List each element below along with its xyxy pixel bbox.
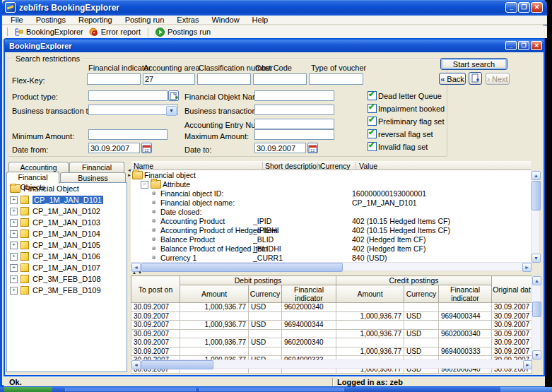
attribute-row[interactable]: Financial object name:CP_1M_JAN_D101: [131, 198, 531, 207]
attribute-row[interactable]: Accounting Product of Hedged Item_IPIDHI…: [131, 225, 531, 234]
classification-number-input[interactable]: [197, 73, 251, 85]
table-row[interactable]: 30.09.20071,000,936.77USD960200034030.09…: [131, 303, 532, 312]
attribute-row[interactable]: Date closed:: [131, 207, 531, 216]
tree-item[interactable]: +CP_3M_FEB_D109: [7, 285, 127, 296]
header-debit-amount[interactable]: Amount: [180, 285, 249, 303]
cost-code-input[interactable]: [253, 73, 307, 85]
tab-financial-indicator[interactable]: Financial indicator: [69, 162, 124, 172]
accounting-area-input[interactable]: [143, 73, 195, 85]
app-titlebar[interactable]: zeb/ifrs BookingExplorer _ ❐ ✕: [2, 0, 547, 16]
table-hscrollbar[interactable]: ◄ ►: [131, 360, 532, 369]
inner-titlebar[interactable]: BookingExplorer: [5, 40, 544, 52]
inner-close-button[interactable]: ✕: [531, 41, 542, 50]
expand-plus-icon[interactable]: +: [10, 196, 18, 204]
taskbar-item[interactable]: [65, 388, 196, 391]
tree-item[interactable]: +CP_1M_JAN_D102: [7, 206, 127, 217]
attribute-row[interactable]: Balance Product of Hedged Item_BLIDHI402…: [131, 244, 531, 253]
scroll-down-icon[interactable]: ▼: [532, 350, 541, 360]
scroll-thumb[interactable]: [141, 360, 213, 369]
attribute-group-row[interactable]: − Attribute: [131, 179, 531, 189]
attribute-row[interactable]: Accounting Product_IPID402 (10.15 Hedged…: [131, 216, 531, 225]
expand-plus-icon[interactable]: +: [10, 275, 18, 283]
header-credit-financial-indicator[interactable]: Financial indicator: [439, 285, 492, 303]
menu-item-reporting[interactable]: Reporting: [74, 16, 117, 25]
checkbox-preliminary-flag-set[interactable]: ✔: [368, 116, 377, 129]
start-button[interactable]: [4, 387, 52, 392]
attributes-header[interactable]: Name Short description Currency Value: [131, 161, 531, 170]
minimize-button[interactable]: _: [505, 2, 517, 13]
date-from-input[interactable]: [88, 143, 140, 153]
header-to-post-on[interactable]: To post on: [131, 276, 180, 303]
tab-accounting-entries[interactable]: Accounting Entries: [8, 162, 69, 172]
collapse-down-icon[interactable]: ▼: [138, 271, 142, 275]
menu-item-posting-run[interactable]: Posting run: [121, 16, 169, 25]
column-currency[interactable]: Currency: [320, 162, 351, 170]
tree-item[interactable]: +CP_3M_FEB_D108: [7, 273, 127, 285]
tree-item[interactable]: +CP_1M_JAN_D101: [7, 194, 127, 206]
column-short-description[interactable]: Short description: [265, 162, 321, 170]
tree-item[interactable]: +CP_1M_JAN_D103: [7, 217, 127, 228]
table-row[interactable]: 30.09.20071,000,936.77USD960200034030.09…: [131, 338, 532, 348]
collapse-up-icon[interactable]: ▲: [132, 271, 136, 275]
date-from-calendar-button[interactable]: 12: [141, 143, 152, 153]
expand-plus-icon[interactable]: +: [10, 287, 18, 295]
expand-plus-icon[interactable]: +: [10, 253, 18, 261]
financial-indicator-input[interactable]: [87, 73, 141, 85]
scroll-left-icon[interactable]: ◄: [131, 360, 141, 369]
attribute-row[interactable]: Financial object ID:160000000193000001: [131, 189, 531, 198]
table-row[interactable]: 30.09.20071,000,936.77USD969400033330.09…: [131, 347, 532, 356]
table-row[interactable]: 30.09.20071,000,936.77USD969400034430.09…: [131, 321, 532, 330]
product-type-browse-button[interactable]: [168, 90, 179, 101]
attribute-root-row[interactable]: Financial object: [131, 170, 531, 179]
restore-button[interactable]: ❐: [518, 2, 530, 13]
header-credit-postings[interactable]: Credit postings: [336, 276, 492, 285]
scroll-up-icon[interactable]: ▲: [532, 171, 541, 180]
attribute-row[interactable]: Currency 1_CURR1840 (USD): [131, 253, 531, 262]
expand-plus-icon[interactable]: +: [10, 264, 18, 272]
business-transaction-type-select[interactable]: ▼: [88, 105, 178, 115]
column-value[interactable]: Value: [359, 162, 377, 170]
header-debit-currency[interactable]: Currency: [249, 285, 282, 303]
table-row[interactable]: 30.09.20071,000,936.77USD960200034030.09…: [131, 329, 532, 338]
header-debit-financial-indicator[interactable]: Financial indicator: [282, 285, 336, 303]
header-original-date[interactable]: Original dat: [492, 276, 532, 303]
scroll-up-icon[interactable]: ▲: [532, 276, 541, 285]
menu-item-help[interactable]: Help: [248, 16, 273, 25]
accounting-entry-number-input[interactable]: [254, 119, 334, 129]
minimum-amount-input[interactable]: [88, 129, 168, 140]
financial-objects-tree[interactable]: Financial Object +CP_1M_JAN_D101 +CP_1M_…: [6, 182, 127, 372]
expand-plus-icon[interactable]: +: [10, 219, 18, 227]
header-credit-amount[interactable]: Amount: [336, 285, 404, 303]
close-button[interactable]: ✕: [531, 2, 543, 13]
horizontal-splitter[interactable]: ▲ ▼: [131, 271, 531, 275]
next-button[interactable]: › Next: [486, 73, 510, 85]
inner-restore-button[interactable]: ❐: [518, 41, 529, 50]
tree-item[interactable]: +CP_1M_JAN_D106: [7, 251, 127, 262]
scroll-thumb[interactable]: [532, 302, 541, 317]
scroll-down-icon[interactable]: ▼: [532, 254, 541, 263]
export-document-button[interactable]: [469, 72, 482, 85]
chevron-down-icon[interactable]: ▼: [166, 106, 177, 116]
toolbar-booking-explorer-button[interactable]: BookingExplorer: [11, 26, 86, 37]
maximum-amount-input[interactable]: [254, 129, 334, 140]
back-button[interactable]: « Back: [439, 73, 466, 85]
tab-business-transactions[interactable]: Business Transactions: [60, 172, 126, 183]
checkbox-invalid-flag-set[interactable]: ✔: [368, 141, 377, 154]
menu-item-extras[interactable]: Extras: [172, 16, 203, 25]
start-search-button[interactable]: Start search: [440, 58, 507, 70]
scroll-thumb[interactable]: [532, 181, 541, 210]
toolbar-grip[interactable]: [4, 28, 8, 36]
date-to-calendar-button[interactable]: 12: [307, 143, 318, 153]
expand-plus-icon[interactable]: +: [10, 208, 18, 215]
collapse-minus-icon[interactable]: −: [141, 181, 148, 189]
date-to-input[interactable]: [254, 143, 306, 153]
type-of-voucher-input[interactable]: [309, 73, 363, 85]
business-transaction-id-input[interactable]: [254, 105, 334, 115]
expand-plus-icon[interactable]: +: [10, 242, 18, 249]
attribute-row[interactable]: Balance Product_BLID402 (Hedged Item CF): [131, 234, 531, 244]
table-vscrollbar[interactable]: ▲ ▼: [532, 275, 541, 359]
inner-minimize-button[interactable]: _: [505, 41, 517, 50]
attributes-vscrollbar[interactable]: ▲ ▼: [531, 170, 540, 262]
header-credit-currency[interactable]: Currency: [404, 285, 439, 303]
financial-objekt-name-input[interactable]: [254, 90, 334, 101]
